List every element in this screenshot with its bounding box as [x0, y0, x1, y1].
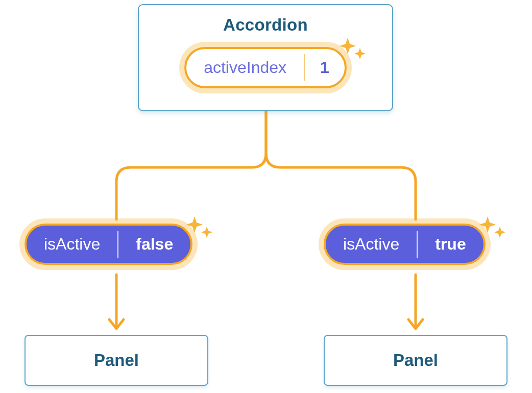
accordion-state-pill: activeIndex 1 [184, 47, 347, 88]
sparkle-icon [477, 213, 508, 244]
prop-key: isActive [27, 226, 117, 263]
sparkle-icon [337, 35, 368, 65]
state-key: activeIndex [186, 49, 304, 86]
panel-box-left: Panel [25, 335, 208, 386]
panel-box-right: Panel [324, 335, 507, 386]
prop-value: false [118, 226, 190, 263]
panel-label: Panel [94, 351, 139, 370]
child-prop-pill-right: isActive true [324, 224, 486, 265]
accordion-title: Accordion [223, 15, 308, 35]
diagram-canvas: Accordion activeIndex 1 isActive false [0, 0, 532, 393]
prop-key: isActive [326, 226, 417, 263]
child-prop-pill-left: isActive false [25, 224, 192, 265]
accordion-component-box: Accordion activeIndex 1 [138, 4, 393, 111]
panel-label: Panel [393, 351, 438, 370]
sparkle-icon [184, 213, 215, 244]
prop-value: true [418, 226, 483, 263]
